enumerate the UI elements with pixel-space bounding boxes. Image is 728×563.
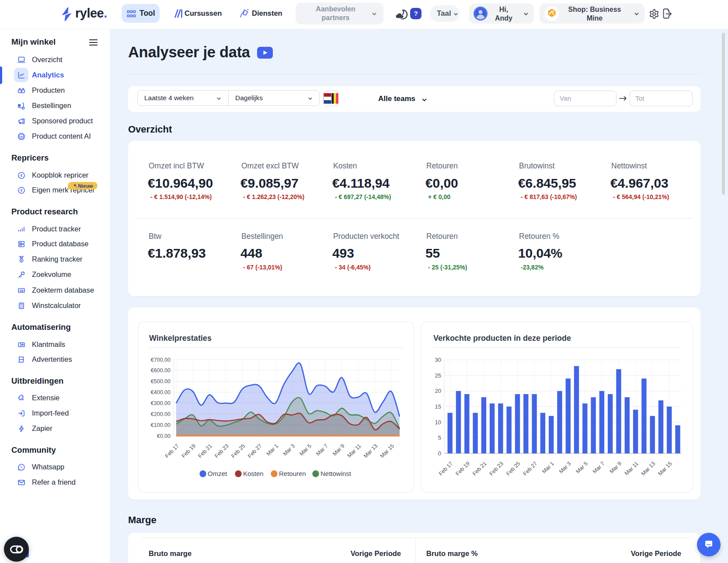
svg-text:Feb 27: Feb 27 <box>522 461 538 477</box>
svg-text:Mar 3: Mar 3 <box>558 461 572 475</box>
svg-text:Feb 19: Feb 19 <box>454 461 470 477</box>
svg-text:Mar 5: Mar 5 <box>575 461 589 475</box>
svg-text:Nettowinst: Nettowinst <box>320 470 352 477</box>
svg-text:Feb 17: Feb 17 <box>164 443 180 459</box>
svg-text:€500.00: €500.00 <box>151 378 171 385</box>
svg-text:€: € <box>21 188 23 192</box>
svg-text:AB: AB <box>19 289 24 292</box>
svg-text:Feb 25: Feb 25 <box>505 461 521 477</box>
svg-text:30: 30 <box>435 357 441 363</box>
svg-text:€400.00: €400.00 <box>151 389 171 395</box>
svg-text:Mar 15: Mar 15 <box>379 443 395 459</box>
svg-text:Feb 19: Feb 19 <box>181 443 197 459</box>
svg-text:Retouren: Retouren <box>279 470 306 477</box>
svg-text:0: 0 <box>438 450 441 457</box>
svg-text:€100.00: €100.00 <box>151 422 171 428</box>
svg-text:Mar 11: Mar 11 <box>346 443 362 459</box>
svg-text:Mar 5: Mar 5 <box>298 443 313 457</box>
svg-text:Mar 9: Mar 9 <box>609 461 623 475</box>
svg-text:15: 15 <box>435 403 441 410</box>
svg-text:€0.00: €0.00 <box>157 433 171 439</box>
svg-text:Mar 15: Mar 15 <box>657 461 673 477</box>
svg-text:Mar 11: Mar 11 <box>624 461 640 477</box>
svg-text:5: 5 <box>438 434 441 441</box>
svg-text:€600.00: €600.00 <box>151 367 171 374</box>
svg-text:Mar 3: Mar 3 <box>282 443 296 457</box>
svg-text:€700.00: €700.00 <box>151 357 171 363</box>
svg-text:Mar 9: Mar 9 <box>331 443 346 457</box>
svg-text:Feb 21: Feb 21 <box>197 443 213 459</box>
svg-text:10: 10 <box>435 419 441 426</box>
svg-text:€300.00: €300.00 <box>151 400 171 406</box>
svg-text:Feb 17: Feb 17 <box>438 461 454 477</box>
svg-text:Feb 21: Feb 21 <box>471 461 488 477</box>
svg-text:Feb 23: Feb 23 <box>213 443 230 459</box>
svg-text:Mar 1: Mar 1 <box>541 461 555 475</box>
svg-text:Mar 7: Mar 7 <box>592 461 606 475</box>
svg-text:€200.00: €200.00 <box>151 411 171 417</box>
svg-text:Feb 27: Feb 27 <box>247 443 263 459</box>
svg-text:Feb 25: Feb 25 <box>230 443 246 459</box>
svg-text:AI: AI <box>20 135 23 138</box>
svg-text:Omzet: Omzet <box>208 470 227 477</box>
svg-text:Mar 13: Mar 13 <box>640 461 656 477</box>
svg-text:20: 20 <box>435 388 441 394</box>
svg-text:Mar 1: Mar 1 <box>265 443 280 457</box>
svg-text:Feb 23: Feb 23 <box>488 461 505 477</box>
svg-text:Kosten: Kosten <box>243 470 264 477</box>
svg-text:Mar 13: Mar 13 <box>362 443 379 459</box>
svg-text:Mar 7: Mar 7 <box>315 443 329 457</box>
svg-text:25: 25 <box>435 372 441 379</box>
svg-text:€: € <box>21 173 23 178</box>
